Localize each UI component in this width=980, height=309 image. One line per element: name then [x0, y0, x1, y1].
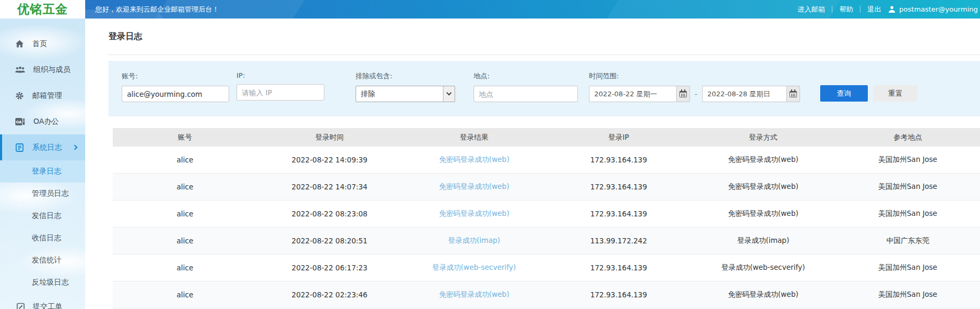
account-cell: alice — [113, 237, 257, 245]
sidebar-item-label: 提交工单 — [33, 302, 62, 309]
subitem-label: 发信统计 — [32, 256, 61, 265]
table-row: alice 2022-08-22 08:23:08 免密码登录成功(web) 1… — [113, 201, 980, 228]
subitem-label: 反垃圾日志 — [32, 278, 69, 287]
sidebar-item-system-logs[interactable]: 系统日志 — [0, 134, 85, 160]
account-email: postmaster@yourming — [899, 5, 978, 13]
login-method-cell: 免密码登录成功(web) — [691, 155, 836, 165]
location-input[interactable] — [474, 86, 578, 102]
logout-link[interactable]: 退出 — [867, 5, 881, 14]
start-date-calendar-button[interactable] — [676, 86, 690, 102]
ref-location-cell: 美国加州San Jose — [836, 155, 980, 165]
table-body: alice 2022-08-22 14:09:39 免密码登录成功(web) 1… — [113, 147, 980, 308]
sidebar-item-oa[interactable]: OA OA办公 — [0, 108, 85, 134]
date-range-separator: - — [695, 90, 697, 98]
separator — [860, 6, 860, 13]
login-ip-cell: 172.93.164.139 — [547, 156, 691, 164]
help-link[interactable]: 帮助 — [839, 5, 853, 14]
login-method-cell: 免密码登录成功(web) — [691, 290, 836, 299]
user-icon — [888, 5, 896, 13]
calendar-icon — [790, 91, 797, 97]
login-method-cell: 登录成功(web-secverify) — [691, 263, 836, 272]
search-button[interactable]: 查询 — [820, 85, 868, 102]
table-row: alice 2022-08-22 14:09:39 免密码登录成功(web) 1… — [113, 147, 980, 174]
account-input[interactable] — [122, 86, 229, 102]
sidebar-item-label: 系统日志 — [32, 143, 62, 152]
sidebar-nav: 首页 组织与成员 邮箱管理 OA — [0, 19, 85, 294]
header-ref-location: 参考地点 — [836, 133, 980, 142]
dropdown-arrow — [443, 86, 455, 102]
sidebar-item-home[interactable]: 首页 — [0, 31, 85, 57]
account-cell: alice — [113, 263, 257, 272]
sidebar-item-mailbox-mgmt[interactable]: 邮箱管理 — [0, 83, 85, 108]
welcome-message: 您好，欢迎来到云邮企业邮箱管理后台！ — [95, 0, 219, 19]
oa-icon: OA — [15, 117, 25, 126]
exclude-label: 排除或包含: — [356, 71, 455, 81]
reset-button[interactable]: 重置 — [873, 85, 918, 102]
sidebar-item-label: 首页 — [32, 39, 47, 49]
sidebar-item-label: 邮箱管理 — [32, 91, 62, 101]
sidebar-item-submit-ticket[interactable]: 提交工单 — [0, 296, 85, 309]
filter-panel: 账号: IP: 排除或包含: 排除 地点: 时间范围: — [108, 61, 980, 116]
ip-input[interactable] — [237, 84, 324, 101]
topbar-links: 进入邮箱 帮助 退出 postmaster@yourming — [797, 0, 978, 19]
login-ip-cell: 172.93.164.139 — [547, 263, 691, 272]
gear-icon — [15, 91, 24, 101]
home-icon — [15, 39, 24, 49]
users-icon — [15, 66, 25, 74]
sidebar-item-label: 组织与成员 — [33, 65, 70, 75]
account-menu[interactable]: postmaster@yourming — [888, 5, 978, 13]
sidebar-subitem-antispam-log[interactable]: 反垃圾日志 — [0, 271, 85, 294]
account-filter-group: 账号: — [122, 71, 229, 102]
sidebar-subitem-admin-log[interactable]: 管理员日志 — [0, 183, 85, 205]
sidebar-subitem-incoming-log[interactable]: 收信日志 — [0, 227, 85, 249]
location-filter-group: 地点: — [474, 71, 578, 102]
subitem-label: 登录日志 — [32, 167, 61, 176]
subitem-label: 管理员日志 — [32, 189, 69, 198]
end-date-calendar-button[interactable] — [786, 86, 800, 102]
sidebar-subitem-login-log[interactable]: 登录日志 — [0, 160, 85, 183]
sidebar: 首页 组织与成员 邮箱管理 OA — [0, 19, 85, 309]
sidebar-item-org-members[interactable]: 组织与成员 — [0, 57, 85, 83]
login-method-cell: 免密码登录成功(web) — [691, 209, 836, 219]
header-account: 账号 — [113, 133, 257, 142]
ref-location-cell: 美国加州San Jose — [836, 263, 980, 272]
table-header: 账号 登录时间 登录结果 登录IP 登录方式 参考地点 — [113, 128, 980, 147]
login-result-link[interactable]: 免密码登录成功(web) — [402, 209, 546, 219]
selected-option: 排除 — [356, 89, 443, 99]
header-login-result: 登录结果 — [402, 133, 546, 142]
ref-location-cell: 美国加州San Jose — [836, 182, 980, 192]
subitem-label: 收信日志 — [32, 233, 61, 243]
table-row: alice 2022-08-22 08:20:51 登录成功(imap) 113… — [113, 228, 980, 255]
login-result-link[interactable]: 免密码登录成功(web) — [402, 155, 546, 165]
log-icon — [15, 143, 24, 152]
ip-label: IP: — [237, 71, 324, 79]
sidebar-subitem-outgoing-log[interactable]: 发信日志 — [0, 205, 85, 227]
ticket-icon — [16, 302, 25, 309]
top-bar: 您好，欢迎来到云邮企业邮箱管理后台！ 进入邮箱 帮助 退出 postmaster… — [0, 0, 980, 19]
enter-mailbox-link[interactable]: 进入邮箱 — [797, 5, 825, 14]
login-ip-cell: 172.93.164.139 — [547, 183, 691, 191]
sidebar-subitem-outgoing-stats[interactable]: 发信统计 — [0, 249, 85, 271]
login-ip-cell: 172.93.164.139 — [547, 210, 691, 218]
login-ip-cell: 113.99.172.242 — [547, 237, 691, 245]
sidebar-item-label: OA办公 — [33, 117, 59, 126]
header-login-method: 登录方式 — [691, 133, 836, 142]
start-date-input[interactable] — [589, 86, 676, 102]
login-result-link[interactable]: 免密码登录成功(web) — [402, 182, 546, 192]
header-login-ip: 登录IP — [547, 133, 691, 142]
table-row: alice 2022-08-22 14:07:34 免密码登录成功(web) 1… — [113, 174, 980, 201]
login-time-cell: 2022-08-22 14:09:39 — [257, 156, 402, 164]
chevron-right-icon — [72, 145, 78, 150]
ref-location-cell: 美国加州San Jose — [836, 290, 980, 299]
table-row: alice 2022-08-22 02:23:46 免密码登录成功(web) 1… — [113, 281, 980, 308]
login-result-link[interactable]: 登录成功(web-secverify) — [402, 263, 546, 272]
login-result-link[interactable]: 免密码登录成功(web) — [402, 290, 546, 299]
end-date-input[interactable] — [702, 86, 786, 102]
exclude-select[interactable]: 排除 — [356, 86, 455, 102]
login-time-cell: 2022-08-22 08:23:08 — [257, 210, 402, 218]
account-cell: alice — [113, 156, 257, 164]
login-result-link[interactable]: 登录成功(imap) — [402, 236, 546, 246]
admin-console: 您好，欢迎来到云邮企业邮箱管理后台！ 进入邮箱 帮助 退出 postmaster… — [0, 0, 980, 309]
time-range-label: 时间范围: — [589, 71, 800, 81]
header-login-time: 登录时间 — [257, 133, 402, 142]
